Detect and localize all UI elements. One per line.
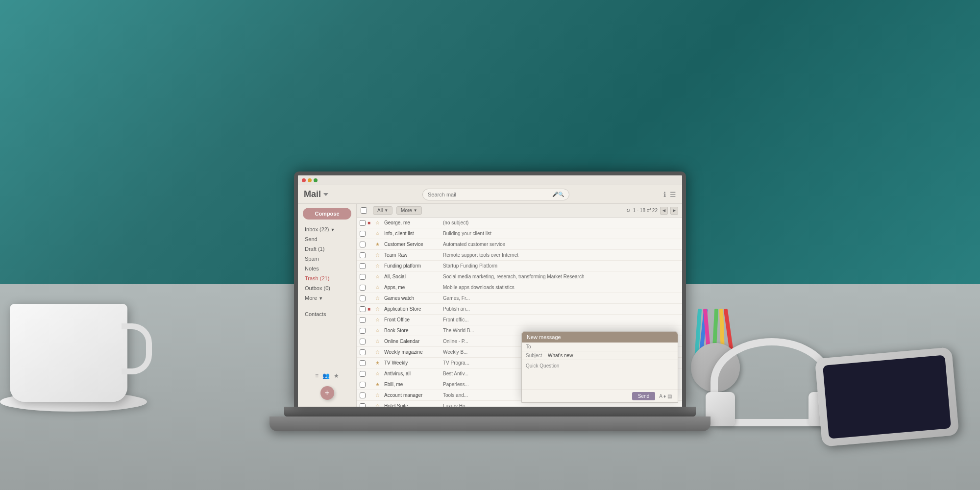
email-checkbox[interactable] <box>360 242 366 247</box>
important-icon <box>368 274 373 280</box>
star-icon[interactable]: ☆ <box>375 263 381 269</box>
email-sender: Front Office <box>384 317 443 322</box>
search-icon[interactable]: 🔍 <box>558 192 564 197</box>
table-row[interactable]: ☆ Games watch Games, Fr... <box>357 293 682 304</box>
star-icon[interactable]: ☆ <box>375 371 381 377</box>
email-sender: Account manager <box>384 392 443 398</box>
email-subject: Front offic... <box>443 317 679 322</box>
more-dropdown-icon: ▼ <box>414 208 417 213</box>
send-button[interactable]: Send <box>632 392 655 400</box>
sidebar-item-notes[interactable]: Notes <box>298 264 356 273</box>
sidebar-item-send[interactable]: Send <box>298 234 356 244</box>
sidebar-item-spam[interactable]: Spam <box>298 254 356 264</box>
email-checkbox[interactable] <box>360 371 366 377</box>
important-icon <box>368 392 373 398</box>
next-page-button[interactable]: ▶ <box>670 207 678 215</box>
sidebar-contacts[interactable]: Contacts <box>298 309 356 319</box>
search-input[interactable] <box>428 192 552 197</box>
email-checkbox[interactable] <box>360 382 366 388</box>
prev-page-button[interactable]: ◀ <box>660 207 668 215</box>
email-subject: Remote support tools over Internet <box>443 252 679 258</box>
to-input[interactable] <box>548 344 674 349</box>
microphone-icon[interactable]: 🎤 <box>552 192 558 197</box>
table-row[interactable]: ☆ Info, client list Building your client… <box>357 228 682 239</box>
email-checkbox[interactable] <box>360 339 366 344</box>
sidebar-item-more[interactable]: More ▼ <box>298 293 356 303</box>
email-checkbox[interactable] <box>360 263 366 269</box>
email-checkbox[interactable] <box>360 392 366 398</box>
star-icon[interactable]: ☆ <box>375 220 381 226</box>
star-icon[interactable]: ☆ <box>375 328 381 334</box>
star-icon[interactable]: ☆ <box>375 349 381 355</box>
mail-dropdown-icon[interactable] <box>323 193 328 196</box>
email-checkbox[interactable] <box>360 295 366 301</box>
refresh-icon[interactable]: ↻ <box>626 208 630 213</box>
compose-button[interactable]: Compose <box>303 208 351 220</box>
star-icon[interactable]: ☆ <box>375 392 381 398</box>
sidebar-contacts-icon[interactable]: 👥 <box>322 372 330 379</box>
email-subject: Publish an... <box>443 306 679 312</box>
email-checkbox[interactable] <box>360 220 366 226</box>
sidebar-item-draft[interactable]: Draft (1) <box>298 244 356 254</box>
table-row[interactable]: ■ ☆ Application Store Publish an... <box>357 304 682 315</box>
subject-input[interactable] <box>548 353 674 358</box>
sidebar-item-outbox[interactable]: Outbox (0) <box>298 283 356 293</box>
popup-more-options[interactable]: A ♦ ▤ <box>657 392 674 400</box>
email-checkbox[interactable] <box>360 328 366 334</box>
important-icon: ■ <box>368 220 373 226</box>
search-bar[interactable]: 🎤 🔍 <box>422 189 569 200</box>
email-checkbox[interactable] <box>360 317 366 323</box>
email-checkbox[interactable] <box>360 252 366 258</box>
email-sender: Customer Service <box>384 242 443 247</box>
sidebar: Compose Inbox (22) ▼ Send Draft (1) Spam… <box>298 204 357 407</box>
star-icon[interactable]: ☆ <box>375 285 381 291</box>
email-sender: Weekly magazine <box>384 349 443 355</box>
all-dropdown-icon: ▼ <box>384 208 388 213</box>
email-sender: Games watch <box>384 295 443 301</box>
star-icon[interactable]: ☆ <box>375 339 381 344</box>
star-icon[interactable]: ☆ <box>375 274 381 280</box>
star-icon[interactable]: ★ <box>375 242 381 247</box>
sidebar-item-inbox[interactable]: Inbox (22) ▼ <box>298 224 356 234</box>
important-icon <box>368 295 373 301</box>
star-icon[interactable]: ☆ <box>375 306 381 312</box>
close-button[interactable] <box>302 178 306 182</box>
info-icon[interactable]: ℹ <box>663 191 666 198</box>
sidebar-item-trash[interactable]: Trash (21) <box>298 273 356 283</box>
fab-button[interactable]: + <box>320 386 334 400</box>
select-all-checkbox[interactable] <box>361 207 367 214</box>
star-icon[interactable]: ☆ <box>375 317 381 323</box>
table-row[interactable]: ★ Customer Service Automated customer se… <box>357 239 682 250</box>
email-checkbox[interactable] <box>360 306 366 312</box>
email-checkbox[interactable] <box>360 403 366 407</box>
menu-icon[interactable]: ☰ <box>670 191 676 198</box>
phone-screen <box>823 355 951 439</box>
email-sender: Online Calendar <box>384 339 443 344</box>
star-icon[interactable]: ☆ <box>375 295 381 301</box>
more-filter-button[interactable]: More ▼ <box>396 206 422 215</box>
table-row[interactable]: ■ ☆ George, me (no subject) <box>357 218 682 228</box>
sidebar-list-icon[interactable]: ≡ <box>315 372 318 379</box>
important-icon <box>368 231 373 237</box>
table-row[interactable]: ☆ Funding platform Startup Funding Platf… <box>357 261 682 271</box>
star-icon[interactable]: ☆ <box>375 231 381 237</box>
coffee-cup <box>10 304 127 402</box>
sidebar-star-icon[interactable]: ★ <box>334 372 339 379</box>
star-icon[interactable]: ☆ <box>375 252 381 258</box>
email-checkbox[interactable] <box>360 231 366 237</box>
table-row[interactable]: ☆ Front Office Front offic... <box>357 315 682 325</box>
email-checkbox[interactable] <box>360 360 366 366</box>
maximize-button[interactable] <box>314 178 318 182</box>
minimize-button[interactable] <box>308 178 312 182</box>
star-icon[interactable]: ★ <box>375 360 381 366</box>
email-checkbox[interactable] <box>360 285 366 291</box>
star-icon[interactable]: ★ <box>375 382 381 388</box>
email-checkbox[interactable] <box>360 274 366 280</box>
important-icon <box>368 242 373 247</box>
all-filter-button[interactable]: All ▼ <box>373 206 392 215</box>
star-icon[interactable]: ☆ <box>375 403 381 407</box>
table-row[interactable]: ☆ Apps, me Mobile apps downloads statist… <box>357 282 682 293</box>
table-row[interactable]: ☆ All, Social Social media marketing, re… <box>357 271 682 282</box>
email-checkbox[interactable] <box>360 349 366 355</box>
table-row[interactable]: ☆ Team Raw Remote support tools over Int… <box>357 250 682 261</box>
